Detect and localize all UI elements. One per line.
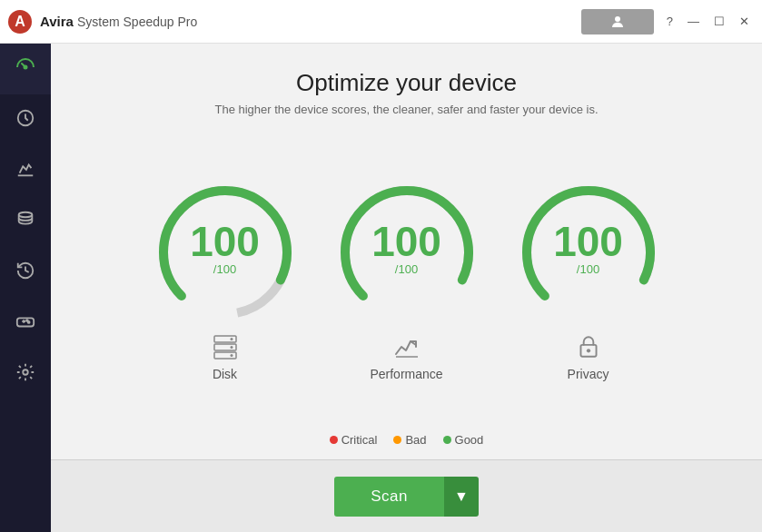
sidebar — [0, 44, 51, 532]
legend-critical: Critical — [330, 433, 378, 447]
performance-gauge: 100 /100 Performance — [334, 180, 480, 381]
critical-label: Critical — [341, 433, 378, 447]
speedup-icon — [15, 159, 35, 183]
disk-gauge: 100 /100 Disk — [153, 180, 298, 381]
games-icon — [15, 311, 35, 336]
good-label: Good — [455, 433, 484, 447]
privacy-gauge: 100 /100 Privacy — [516, 180, 661, 381]
svg-point-16 — [230, 346, 233, 349]
main-layout: Optimize your device The higher the devi… — [0, 44, 762, 532]
performance-icon — [392, 332, 421, 361]
svg-point-8 — [26, 320, 28, 321]
title-bar: A Avira System Speedup Pro ? — ☐ ✕ — [0, 0, 762, 44]
avira-logo: A — [7, 9, 33, 34]
performance-gauge-center: 100 /100 — [371, 220, 441, 275]
good-dot — [443, 436, 451, 444]
svg-point-17 — [230, 354, 233, 357]
scan-button-group: Scan ▼ — [334, 477, 479, 517]
cleaner-icon — [15, 210, 35, 234]
bottom-bar: Scan ▼ — [51, 459, 762, 532]
privacy-gauge-circle: 100 /100 — [516, 180, 661, 325]
performance-label: Performance — [370, 367, 442, 381]
sidebar-item-clock[interactable] — [0, 94, 51, 145]
user-button[interactable] — [581, 9, 654, 34]
svg-point-24 — [586, 349, 589, 352]
content-area: Optimize your device The higher the devi… — [51, 44, 762, 532]
privacy-gauge-center: 100 /100 — [553, 220, 623, 275]
privacy-icon — [574, 332, 603, 361]
history-icon — [15, 261, 35, 285]
minimize-button[interactable]: — — [682, 13, 705, 30]
window-controls: ? — ☐ ✕ — [661, 13, 755, 30]
app-name: System Speedup Pro — [77, 15, 197, 29]
disk-gauge-center: 100 /100 — [190, 220, 260, 275]
close-button[interactable]: ✕ — [734, 13, 755, 30]
svg-point-15 — [230, 338, 233, 340]
privacy-value: 100 — [553, 217, 623, 264]
scan-dropdown-button[interactable]: ▼ — [444, 477, 479, 517]
performance-value: 100 — [371, 217, 441, 264]
legend: Critical Bad Good — [330, 433, 484, 447]
legend-good: Good — [443, 433, 484, 447]
brand-name: Avira — [40, 14, 74, 29]
disk-gauge-circle: 100 /100 — [153, 180, 298, 325]
dashboard-icon — [15, 56, 36, 83]
disk-label: Disk — [213, 367, 237, 381]
svg-rect-6 — [17, 318, 34, 326]
svg-text:A: A — [15, 14, 25, 29]
chevron-down-icon: ▼ — [454, 488, 469, 505]
svg-point-5 — [19, 212, 33, 217]
sidebar-item-cleaner[interactable] — [0, 196, 51, 247]
settings-icon — [15, 362, 35, 387]
maximize-button[interactable]: ☐ — [708, 13, 730, 30]
legend-bad: Bad — [393, 433, 426, 447]
disk-icon — [211, 332, 240, 361]
clock-icon — [15, 108, 35, 133]
sidebar-item-speedup[interactable] — [0, 145, 51, 196]
bad-label: Bad — [405, 433, 426, 447]
bad-dot — [393, 436, 401, 444]
privacy-label: Privacy — [568, 367, 609, 381]
page-title: Optimize your device — [214, 69, 598, 97]
disk-value: 100 — [190, 217, 260, 264]
sidebar-item-settings[interactable] — [0, 349, 51, 399]
page-subtitle: The higher the device scores, the cleane… — [214, 103, 598, 116]
svg-point-9 — [23, 369, 28, 375]
scan-button[interactable]: Scan — [334, 477, 444, 517]
sidebar-item-games[interactable] — [0, 298, 51, 349]
svg-point-2 — [615, 16, 620, 22]
sidebar-item-history[interactable] — [0, 247, 51, 298]
help-button[interactable]: ? — [661, 13, 678, 30]
performance-gauge-circle: 100 /100 — [334, 180, 480, 325]
gauges-row: 100 /100 Disk — [153, 125, 661, 426]
user-icon — [609, 14, 626, 30]
content-header: Optimize your device The higher the devi… — [214, 44, 598, 125]
sidebar-item-dashboard[interactable] — [0, 44, 51, 94]
svg-point-3 — [25, 65, 27, 68]
critical-dot — [330, 436, 338, 444]
